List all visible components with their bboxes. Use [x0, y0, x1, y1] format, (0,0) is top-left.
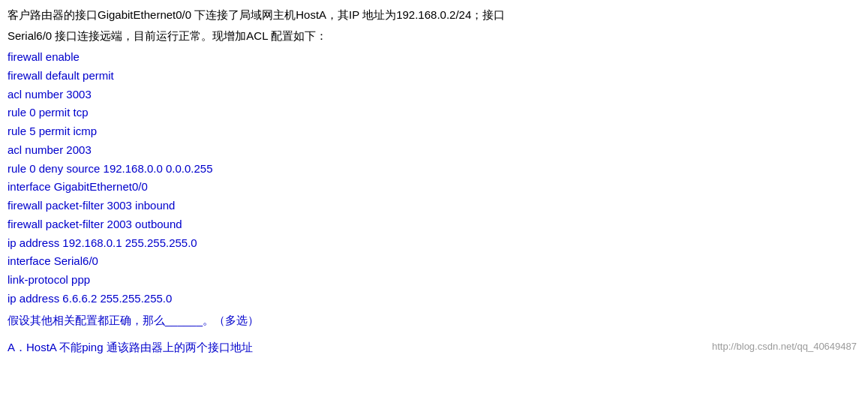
code-line-11: ip address 192.168.0.1 255.255.255.0	[8, 234, 860, 253]
code-line-6: acl number 2003	[8, 141, 860, 160]
code-line-4: rule 0 permit tcp	[8, 104, 860, 122]
code-line-3: acl number 3003	[8, 86, 860, 104]
code-line-9: firewall packet-filter 3003 inbound	[8, 197, 860, 215]
intro-line1: 客户路由器的接口GigabitEthernet0/0 下连接了局域网主机Host…	[8, 6, 860, 24]
code-line-13: link-protocol ppp	[8, 271, 860, 290]
question-line: 假设其他相关配置都正确，那么______。（多选）	[8, 311, 860, 330]
intro-line2: Serial6/0 接口连接远端，目前运行正常。现增加ACL 配置如下：	[8, 27, 860, 45]
intro-paragraph: 客户路由器的接口GigabitEthernet0/0 下连接了局域网主机Host…	[8, 6, 860, 45]
code-block: firewall enable firewall default permit …	[8, 48, 860, 308]
code-line-2: firewall default permit	[8, 67, 860, 86]
code-line-12: interface Serial6/0	[8, 252, 860, 271]
answer-a-text: A．HostA 不能ping 通该路由器上的两个接口地址	[8, 338, 253, 357]
code-line-14: ip address 6.6.6.2 255.255.255.0	[8, 290, 860, 308]
code-line-5: rule 5 permit icmp	[8, 122, 860, 141]
answer-section: A．HostA 不能ping 通该路由器上的两个接口地址 http://blog…	[8, 338, 860, 357]
code-line-7: rule 0 deny source 192.168.0.0 0.0.0.255	[8, 160, 860, 179]
code-line-8: interface GigabitEthernet0/0	[8, 178, 860, 197]
code-line-10: firewall packet-filter 2003 outbound	[8, 215, 860, 234]
watermark: http://blog.csdn.net/qq_40649487	[712, 338, 860, 354]
code-line-1: firewall enable	[8, 48, 860, 67]
answer-line-a: A．HostA 不能ping 通该路由器上的两个接口地址 http://blog…	[8, 338, 860, 357]
